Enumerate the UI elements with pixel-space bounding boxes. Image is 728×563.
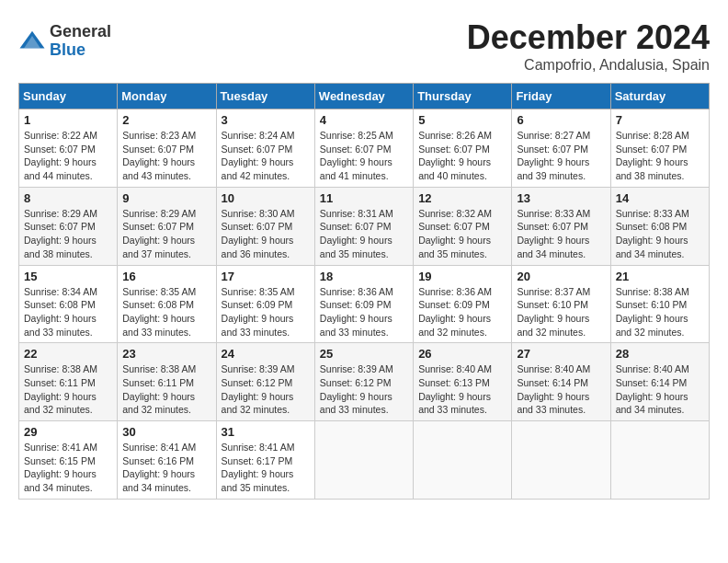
header: General Blue December 2024 Campofrio, An… xyxy=(18,18,710,74)
day-cell: 24Sunrise: 8:39 AMSunset: 6:12 PMDayligh… xyxy=(216,343,314,421)
day-info: Sunrise: 8:29 AMSunset: 6:07 PMDaylight:… xyxy=(24,207,112,261)
day-info: Sunrise: 8:28 AMSunset: 6:07 PMDaylight:… xyxy=(616,129,704,183)
day-cell: 29Sunrise: 8:41 AMSunset: 6:15 PMDayligh… xyxy=(19,421,118,500)
day-cell: 16Sunrise: 8:35 AMSunset: 6:08 PMDayligh… xyxy=(118,265,216,343)
day-cell: 9Sunrise: 8:29 AMSunset: 6:07 PMDaylight… xyxy=(118,187,216,265)
day-number: 13 xyxy=(517,191,605,205)
day-info: Sunrise: 8:34 AMSunset: 6:08 PMDaylight:… xyxy=(24,285,112,339)
day-info: Sunrise: 8:36 AMSunset: 6:09 PMDaylight:… xyxy=(418,285,506,339)
day-cell: 20Sunrise: 8:37 AMSunset: 6:10 PMDayligh… xyxy=(512,265,610,343)
month-title: December 2024 xyxy=(467,18,710,57)
day-cell xyxy=(610,421,709,500)
day-info: Sunrise: 8:27 AMSunset: 6:07 PMDaylight:… xyxy=(517,129,605,183)
day-cell: 5Sunrise: 8:26 AMSunset: 6:07 PMDaylight… xyxy=(414,109,512,188)
day-info: Sunrise: 8:25 AMSunset: 6:07 PMDaylight:… xyxy=(320,129,408,183)
day-number: 2 xyxy=(122,113,210,127)
day-cell: 4Sunrise: 8:25 AMSunset: 6:07 PMDaylight… xyxy=(314,109,413,188)
day-cell: 17Sunrise: 8:35 AMSunset: 6:09 PMDayligh… xyxy=(216,265,314,343)
weekday-header-monday: Monday xyxy=(118,84,216,109)
day-cell: 18Sunrise: 8:36 AMSunset: 6:09 PMDayligh… xyxy=(314,265,413,343)
day-cell: 12Sunrise: 8:32 AMSunset: 6:07 PMDayligh… xyxy=(414,187,512,265)
calendar-body: 1Sunrise: 8:22 AMSunset: 6:07 PMDaylight… xyxy=(19,109,710,500)
day-number: 1 xyxy=(24,113,112,127)
day-info: Sunrise: 8:39 AMSunset: 6:12 PMDaylight:… xyxy=(320,362,408,417)
day-number: 29 xyxy=(24,425,112,439)
day-number: 20 xyxy=(517,270,605,283)
day-cell xyxy=(314,421,413,500)
day-cell: 13Sunrise: 8:33 AMSunset: 6:07 PMDayligh… xyxy=(512,187,610,265)
day-cell: 6Sunrise: 8:27 AMSunset: 6:07 PMDaylight… xyxy=(512,109,610,188)
day-cell: 10Sunrise: 8:30 AMSunset: 6:07 PMDayligh… xyxy=(216,187,314,265)
day-number: 12 xyxy=(418,191,506,205)
day-cell: 15Sunrise: 8:34 AMSunset: 6:08 PMDayligh… xyxy=(19,265,118,343)
logo-icon xyxy=(18,28,46,55)
day-number: 28 xyxy=(616,347,704,361)
day-cell: 25Sunrise: 8:39 AMSunset: 6:12 PMDayligh… xyxy=(314,343,413,421)
day-cell: 1Sunrise: 8:22 AMSunset: 6:07 PMDaylight… xyxy=(19,109,118,188)
day-number: 11 xyxy=(320,191,408,205)
day-cell: 28Sunrise: 8:40 AMSunset: 6:14 PMDayligh… xyxy=(610,343,709,421)
logo: General Blue xyxy=(18,23,111,60)
day-info: Sunrise: 8:41 AMSunset: 6:15 PMDaylight:… xyxy=(24,441,112,495)
day-info: Sunrise: 8:41 AMSunset: 6:17 PMDaylight:… xyxy=(222,441,310,495)
week-row-3: 15Sunrise: 8:34 AMSunset: 6:08 PMDayligh… xyxy=(19,265,710,343)
day-info: Sunrise: 8:40 AMSunset: 6:14 PMDaylight:… xyxy=(517,362,605,417)
day-cell: 19Sunrise: 8:36 AMSunset: 6:09 PMDayligh… xyxy=(414,265,512,343)
day-info: Sunrise: 8:41 AMSunset: 6:16 PMDaylight:… xyxy=(122,441,210,495)
day-number: 22 xyxy=(24,347,112,361)
logo-general: General xyxy=(50,23,111,41)
weekday-header-row: SundayMondayTuesdayWednesdayThursdayFrid… xyxy=(19,84,710,109)
day-info: Sunrise: 8:38 AMSunset: 6:10 PMDaylight:… xyxy=(616,285,704,339)
day-number: 27 xyxy=(517,347,605,361)
day-cell xyxy=(414,421,512,500)
day-number: 9 xyxy=(122,191,210,205)
day-number: 7 xyxy=(616,113,704,127)
day-cell: 3Sunrise: 8:24 AMSunset: 6:07 PMDaylight… xyxy=(216,109,314,188)
day-cell xyxy=(512,421,610,500)
day-number: 16 xyxy=(122,270,210,283)
day-info: Sunrise: 8:38 AMSunset: 6:11 PMDaylight:… xyxy=(24,362,112,417)
day-info: Sunrise: 8:37 AMSunset: 6:10 PMDaylight:… xyxy=(517,285,605,339)
day-number: 30 xyxy=(122,425,210,439)
day-number: 10 xyxy=(222,191,310,205)
day-number: 3 xyxy=(222,113,310,127)
weekday-header-friday: Friday xyxy=(512,84,610,109)
day-info: Sunrise: 8:24 AMSunset: 6:07 PMDaylight:… xyxy=(222,129,310,183)
calendar: SundayMondayTuesdayWednesdayThursdayFrid… xyxy=(18,83,710,500)
week-row-1: 1Sunrise: 8:22 AMSunset: 6:07 PMDaylight… xyxy=(19,109,710,188)
day-info: Sunrise: 8:35 AMSunset: 6:08 PMDaylight:… xyxy=(122,285,210,339)
day-info: Sunrise: 8:39 AMSunset: 6:12 PMDaylight:… xyxy=(222,362,310,417)
day-cell: 31Sunrise: 8:41 AMSunset: 6:17 PMDayligh… xyxy=(216,421,314,500)
day-cell: 27Sunrise: 8:40 AMSunset: 6:14 PMDayligh… xyxy=(512,343,610,421)
day-info: Sunrise: 8:33 AMSunset: 6:07 PMDaylight:… xyxy=(517,207,605,261)
day-cell: 7Sunrise: 8:28 AMSunset: 6:07 PMDaylight… xyxy=(610,109,709,188)
day-number: 24 xyxy=(222,347,310,361)
day-number: 14 xyxy=(616,191,704,205)
day-cell: 22Sunrise: 8:38 AMSunset: 6:11 PMDayligh… xyxy=(19,343,118,421)
day-info: Sunrise: 8:38 AMSunset: 6:11 PMDaylight:… xyxy=(122,362,210,417)
day-info: Sunrise: 8:30 AMSunset: 6:07 PMDaylight:… xyxy=(222,207,310,261)
day-number: 4 xyxy=(320,113,408,127)
week-row-2: 8Sunrise: 8:29 AMSunset: 6:07 PMDaylight… xyxy=(19,187,710,265)
day-cell: 11Sunrise: 8:31 AMSunset: 6:07 PMDayligh… xyxy=(314,187,413,265)
week-row-5: 29Sunrise: 8:41 AMSunset: 6:15 PMDayligh… xyxy=(19,421,710,500)
week-row-4: 22Sunrise: 8:38 AMSunset: 6:11 PMDayligh… xyxy=(19,343,710,421)
day-info: Sunrise: 8:40 AMSunset: 6:14 PMDaylight:… xyxy=(616,362,704,417)
day-info: Sunrise: 8:29 AMSunset: 6:07 PMDaylight:… xyxy=(122,207,210,261)
day-number: 18 xyxy=(320,270,408,283)
day-info: Sunrise: 8:36 AMSunset: 6:09 PMDaylight:… xyxy=(320,285,408,339)
day-info: Sunrise: 8:26 AMSunset: 6:07 PMDaylight:… xyxy=(418,129,506,183)
day-cell: 23Sunrise: 8:38 AMSunset: 6:11 PMDayligh… xyxy=(118,343,216,421)
day-number: 15 xyxy=(24,270,112,283)
day-number: 19 xyxy=(418,270,506,283)
day-info: Sunrise: 8:31 AMSunset: 6:07 PMDaylight:… xyxy=(320,207,408,261)
day-number: 31 xyxy=(222,425,310,439)
day-info: Sunrise: 8:35 AMSunset: 6:09 PMDaylight:… xyxy=(222,285,310,339)
day-cell: 8Sunrise: 8:29 AMSunset: 6:07 PMDaylight… xyxy=(19,187,118,265)
weekday-header-wednesday: Wednesday xyxy=(314,84,413,109)
day-cell: 26Sunrise: 8:40 AMSunset: 6:13 PMDayligh… xyxy=(414,343,512,421)
day-number: 5 xyxy=(418,113,506,127)
weekday-header-thursday: Thursday xyxy=(414,84,512,109)
day-cell: 2Sunrise: 8:23 AMSunset: 6:07 PMDaylight… xyxy=(118,109,216,188)
day-cell: 30Sunrise: 8:41 AMSunset: 6:16 PMDayligh… xyxy=(118,421,216,500)
